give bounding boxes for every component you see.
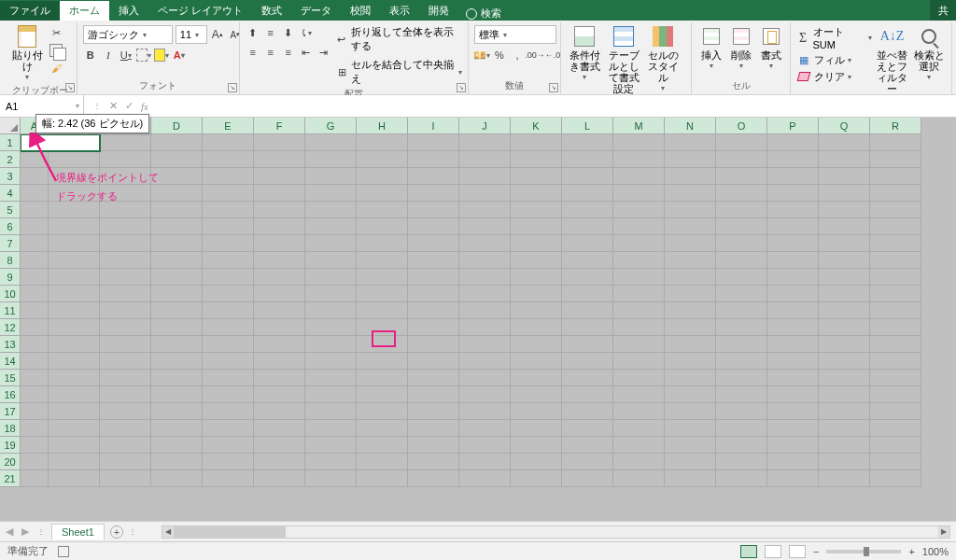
cell[interactable]	[151, 202, 203, 218]
cell[interactable]	[767, 437, 819, 454]
row-header[interactable]: 17	[0, 403, 21, 420]
row-headers[interactable]: 123456789101112131415161718192021	[0, 134, 21, 487]
cell[interactable]	[819, 420, 870, 437]
cancel-formula-button[interactable]: ✕	[109, 100, 118, 112]
cell[interactable]	[21, 185, 49, 202]
cell[interactable]	[767, 370, 819, 386]
indent-increase-button[interactable]: ⇥	[316, 45, 331, 60]
cell[interactable]	[21, 252, 49, 269]
cell[interactable]	[305, 252, 357, 269]
cell[interactable]	[562, 185, 613, 202]
cell[interactable]	[459, 420, 511, 437]
cell[interactable]	[562, 386, 613, 403]
fill-color-button[interactable]: ▾	[154, 48, 169, 63]
cell[interactable]	[665, 403, 716, 420]
cell[interactable]	[870, 454, 921, 470]
cell[interactable]	[511, 336, 562, 353]
cell[interactable]	[511, 302, 562, 319]
cell[interactable]	[151, 370, 203, 386]
cell[interactable]	[459, 252, 511, 269]
cell[interactable]	[562, 336, 613, 353]
cell[interactable]	[613, 252, 665, 269]
cell[interactable]	[562, 319, 613, 336]
align-center-button[interactable]: ≡	[263, 45, 278, 60]
cell[interactable]	[767, 269, 819, 286]
cell[interactable]	[21, 269, 49, 286]
scroll-thumb[interactable]	[174, 526, 286, 538]
cell[interactable]	[254, 470, 305, 487]
cell[interactable]	[665, 218, 716, 235]
cell[interactable]	[408, 437, 459, 454]
cell[interactable]	[819, 269, 870, 286]
cell[interactable]	[665, 252, 716, 269]
cell[interactable]	[562, 286, 613, 302]
clipboard-launcher[interactable]: ↘	[65, 83, 75, 92]
cell[interactable]	[819, 353, 870, 370]
cell[interactable]	[21, 420, 49, 437]
cell[interactable]	[203, 420, 254, 437]
align-right-button[interactable]: ≡	[281, 45, 296, 60]
cell[interactable]	[819, 454, 870, 470]
cell[interactable]	[254, 235, 305, 252]
cell[interactable]	[305, 336, 357, 353]
column-header[interactable]: I	[408, 118, 459, 134]
cell[interactable]	[408, 218, 459, 235]
cell[interactable]	[203, 168, 254, 185]
decrease-decimal-button[interactable]: ←.0	[545, 48, 560, 63]
cell[interactable]	[665, 269, 716, 286]
cell[interactable]	[716, 202, 767, 218]
cell[interactable]	[357, 218, 408, 235]
cell[interactable]	[511, 235, 562, 252]
cell[interactable]	[254, 454, 305, 470]
cell[interactable]	[870, 185, 921, 202]
cell[interactable]	[665, 185, 716, 202]
cell[interactable]	[459, 454, 511, 470]
cell[interactable]	[254, 302, 305, 319]
cell[interactable]	[254, 420, 305, 437]
row-header[interactable]: 8	[0, 252, 21, 269]
cell[interactable]	[870, 168, 921, 185]
cell[interactable]	[100, 370, 151, 386]
cell[interactable]	[254, 218, 305, 235]
cell[interactable]	[819, 336, 870, 353]
cell[interactable]	[408, 420, 459, 437]
cell[interactable]	[203, 336, 254, 353]
cell[interactable]	[665, 302, 716, 319]
cell[interactable]	[49, 370, 100, 386]
cell[interactable]	[819, 319, 870, 336]
cell[interactable]	[305, 437, 357, 454]
tab-developer[interactable]: 開発	[419, 1, 458, 21]
cell[interactable]	[49, 218, 100, 235]
font-name-combo[interactable]: 游ゴシック▾	[83, 25, 173, 44]
cell[interactable]	[203, 319, 254, 336]
wrap-text-button[interactable]: ↩折り返して全体を表示する	[335, 25, 462, 53]
cell[interactable]	[819, 168, 870, 185]
cell[interactable]	[665, 151, 716, 168]
cell[interactable]	[665, 353, 716, 370]
cell[interactable]	[665, 386, 716, 403]
cell[interactable]	[408, 168, 459, 185]
cell[interactable]	[767, 386, 819, 403]
cell[interactable]	[254, 336, 305, 353]
cell[interactable]	[100, 134, 151, 151]
cell[interactable]	[819, 286, 870, 302]
font-launcher[interactable]: ↘	[228, 83, 237, 92]
scroll-left-button[interactable]: ◀	[162, 526, 174, 538]
cell[interactable]	[408, 269, 459, 286]
row-header[interactable]: 21	[0, 470, 21, 487]
cell[interactable]	[511, 185, 562, 202]
cell[interactable]	[254, 269, 305, 286]
cell[interactable]	[357, 454, 408, 470]
cell[interactable]	[716, 302, 767, 319]
fx-button[interactable]: fx	[141, 101, 148, 112]
underline-button[interactable]: U ▾	[119, 48, 134, 63]
cell[interactable]	[562, 202, 613, 218]
cell[interactable]	[511, 470, 562, 487]
cell[interactable]	[870, 151, 921, 168]
share-button[interactable]: 共	[930, 0, 956, 21]
cell[interactable]	[870, 420, 921, 437]
cell[interactable]	[819, 151, 870, 168]
cell[interactable]	[305, 185, 357, 202]
row-header[interactable]: 13	[0, 336, 21, 353]
cell[interactable]	[613, 269, 665, 286]
